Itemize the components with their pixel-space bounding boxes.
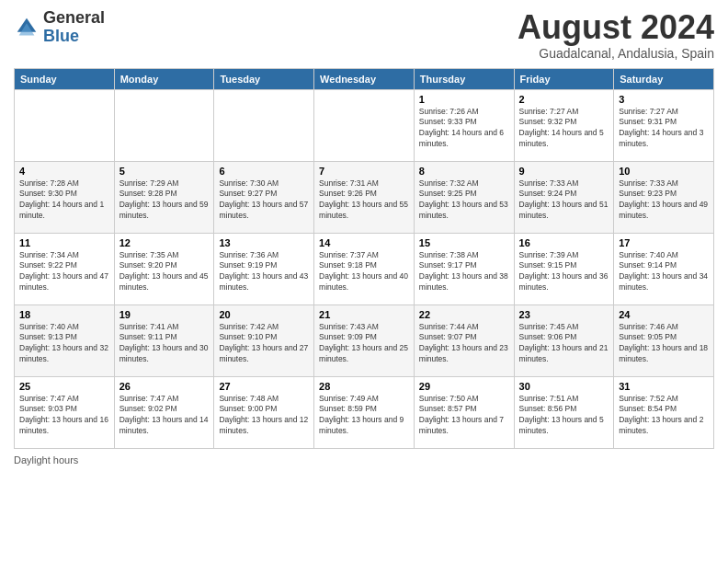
calendar-cell: 14Sunrise: 7:37 AMSunset: 9:18 PMDayligh…	[314, 233, 415, 304]
logo-blue-text: Blue	[43, 27, 79, 45]
calendar-cell: 6Sunrise: 7:30 AMSunset: 9:27 PMDaylight…	[214, 161, 314, 233]
day-info: Sunrise: 7:30 AMSunset: 9:27 PMDaylight:…	[219, 178, 309, 223]
day-number: 26	[119, 381, 210, 392]
day-info: Sunrise: 7:27 AMSunset: 9:32 PMDaylight:…	[519, 107, 609, 151]
calendar-cell: 21Sunrise: 7:43 AMSunset: 9:09 PMDayligh…	[314, 304, 415, 376]
day-info: Sunrise: 7:52 AMSunset: 8:54 PMDaylight:…	[619, 394, 709, 438]
logo: General Blue	[14, 9, 105, 46]
calendar-cell: 20Sunrise: 7:42 AMSunset: 9:10 PMDayligh…	[214, 304, 314, 376]
calendar-cell	[15, 89, 115, 161]
calendar-cell: 23Sunrise: 7:45 AMSunset: 9:06 PMDayligh…	[514, 304, 614, 376]
calendar-cell: 17Sunrise: 7:40 AMSunset: 9:14 PMDayligh…	[614, 233, 714, 304]
day-number: 21	[319, 309, 409, 320]
calendar-cell: 2Sunrise: 7:27 AMSunset: 9:32 PMDaylight…	[514, 89, 614, 161]
day-number: 19	[119, 309, 210, 320]
day-info: Sunrise: 7:43 AMSunset: 9:09 PMDaylight:…	[319, 322, 409, 366]
calendar-cell: 16Sunrise: 7:39 AMSunset: 9:15 PMDayligh…	[514, 233, 614, 304]
day-number: 15	[419, 237, 509, 248]
day-number: 20	[219, 309, 309, 320]
day-info: Sunrise: 7:44 AMSunset: 9:07 PMDaylight:…	[419, 322, 509, 366]
day-number: 11	[19, 237, 109, 248]
calendar-cell: 15Sunrise: 7:38 AMSunset: 9:17 PMDayligh…	[414, 233, 514, 304]
calendar-cell: 9Sunrise: 7:33 AMSunset: 9:24 PMDaylight…	[514, 161, 614, 233]
day-number: 29	[419, 381, 509, 392]
day-info: Sunrise: 7:34 AMSunset: 9:22 PMDaylight:…	[19, 250, 109, 294]
day-number: 27	[219, 381, 309, 392]
subtitle: Guadalcanal, Andalusia, Spain	[518, 46, 714, 61]
calendar-cell: 3Sunrise: 7:27 AMSunset: 9:31 PMDaylight…	[614, 89, 714, 161]
calendar-cell	[114, 89, 214, 161]
week-row-4: 18Sunrise: 7:40 AMSunset: 9:13 PMDayligh…	[15, 304, 714, 376]
calendar-cell: 26Sunrise: 7:47 AMSunset: 9:02 PMDayligh…	[114, 376, 214, 448]
day-info: Sunrise: 7:41 AMSunset: 9:11 PMDaylight:…	[119, 322, 210, 366]
header-day-monday: Monday	[114, 68, 214, 89]
header-day-sunday: Sunday	[15, 68, 115, 89]
calendar-cell: 19Sunrise: 7:41 AMSunset: 9:11 PMDayligh…	[114, 304, 214, 376]
logo-icon	[14, 15, 40, 40]
page: General Blue August 2024 Guadalcanal, An…	[0, 0, 728, 563]
day-number: 7	[319, 166, 409, 177]
calendar-cell: 22Sunrise: 7:44 AMSunset: 9:07 PMDayligh…	[414, 304, 514, 376]
week-row-5: 25Sunrise: 7:47 AMSunset: 9:03 PMDayligh…	[15, 376, 714, 448]
calendar-cell: 5Sunrise: 7:29 AMSunset: 9:28 PMDaylight…	[114, 161, 214, 233]
day-number: 22	[419, 309, 509, 320]
day-number: 8	[419, 166, 509, 177]
calendar-cell: 27Sunrise: 7:48 AMSunset: 9:00 PMDayligh…	[214, 376, 314, 448]
header-day-friday: Friday	[514, 68, 614, 89]
day-number: 3	[619, 94, 709, 105]
calendar-cell	[214, 89, 314, 161]
calendar-cell: 30Sunrise: 7:51 AMSunset: 8:56 PMDayligh…	[514, 376, 614, 448]
calendar-cell: 4Sunrise: 7:28 AMSunset: 9:30 PMDaylight…	[15, 161, 115, 233]
day-info: Sunrise: 7:27 AMSunset: 9:31 PMDaylight:…	[619, 107, 709, 151]
calendar-table: SundayMondayTuesdayWednesdayThursdayFrid…	[14, 68, 714, 449]
header-day-thursday: Thursday	[414, 68, 514, 89]
day-number: 6	[219, 166, 309, 177]
calendar-cell: 12Sunrise: 7:35 AMSunset: 9:20 PMDayligh…	[114, 233, 214, 304]
day-number: 30	[519, 381, 609, 392]
day-info: Sunrise: 7:45 AMSunset: 9:06 PMDaylight:…	[519, 322, 609, 366]
calendar-cell: 11Sunrise: 7:34 AMSunset: 9:22 PMDayligh…	[15, 233, 115, 304]
day-info: Sunrise: 7:46 AMSunset: 9:05 PMDaylight:…	[619, 322, 709, 366]
calendar-header-row: SundayMondayTuesdayWednesdayThursdayFrid…	[15, 68, 714, 89]
calendar-cell: 31Sunrise: 7:52 AMSunset: 8:54 PMDayligh…	[614, 376, 714, 448]
day-number: 4	[19, 166, 109, 177]
day-number: 24	[619, 309, 709, 320]
day-info: Sunrise: 7:36 AMSunset: 9:19 PMDaylight:…	[219, 250, 309, 294]
week-row-3: 11Sunrise: 7:34 AMSunset: 9:22 PMDayligh…	[15, 233, 714, 304]
calendar-cell: 18Sunrise: 7:40 AMSunset: 9:13 PMDayligh…	[15, 304, 115, 376]
day-number: 1	[419, 94, 509, 105]
day-info: Sunrise: 7:40 AMSunset: 9:13 PMDaylight:…	[19, 322, 109, 366]
day-info: Sunrise: 7:31 AMSunset: 9:26 PMDaylight:…	[319, 178, 409, 223]
day-info: Sunrise: 7:35 AMSunset: 9:20 PMDaylight:…	[119, 250, 210, 294]
main-title: August 2024	[518, 9, 714, 46]
calendar-cell: 28Sunrise: 7:49 AMSunset: 8:59 PMDayligh…	[314, 376, 415, 448]
day-number: 31	[619, 381, 709, 392]
header-day-tuesday: Tuesday	[214, 68, 314, 89]
day-info: Sunrise: 7:33 AMSunset: 9:24 PMDaylight:…	[519, 178, 609, 223]
day-number: 18	[19, 309, 109, 320]
calendar-cell: 8Sunrise: 7:32 AMSunset: 9:25 PMDaylight…	[414, 161, 514, 233]
day-number: 12	[119, 237, 210, 248]
calendar-cell: 29Sunrise: 7:50 AMSunset: 8:57 PMDayligh…	[414, 376, 514, 448]
day-number: 16	[519, 237, 609, 248]
calendar-cell: 13Sunrise: 7:36 AMSunset: 9:19 PMDayligh…	[214, 233, 314, 304]
day-number: 28	[319, 381, 409, 392]
day-number: 10	[619, 166, 709, 177]
day-info: Sunrise: 7:48 AMSunset: 9:00 PMDaylight:…	[219, 394, 309, 438]
calendar-cell: 10Sunrise: 7:33 AMSunset: 9:23 PMDayligh…	[614, 161, 714, 233]
daylight-label: Daylight hours	[14, 454, 78, 465]
day-info: Sunrise: 7:33 AMSunset: 9:23 PMDaylight:…	[619, 178, 709, 223]
calendar-cell: 1Sunrise: 7:26 AMSunset: 9:33 PMDaylight…	[414, 89, 514, 161]
header: General Blue August 2024 Guadalcanal, An…	[14, 9, 714, 61]
day-info: Sunrise: 7:42 AMSunset: 9:10 PMDaylight:…	[219, 322, 309, 366]
day-info: Sunrise: 7:40 AMSunset: 9:14 PMDaylight:…	[619, 250, 709, 294]
day-number: 2	[519, 94, 609, 105]
day-number: 23	[519, 309, 609, 320]
day-number: 13	[219, 237, 309, 248]
day-info: Sunrise: 7:49 AMSunset: 8:59 PMDaylight:…	[319, 394, 409, 438]
header-day-wednesday: Wednesday	[314, 68, 415, 89]
logo-general-text: General	[43, 8, 105, 27]
day-number: 17	[619, 237, 709, 248]
day-number: 14	[319, 237, 409, 248]
title-block: August 2024 Guadalcanal, Andalusia, Spai…	[518, 9, 714, 61]
